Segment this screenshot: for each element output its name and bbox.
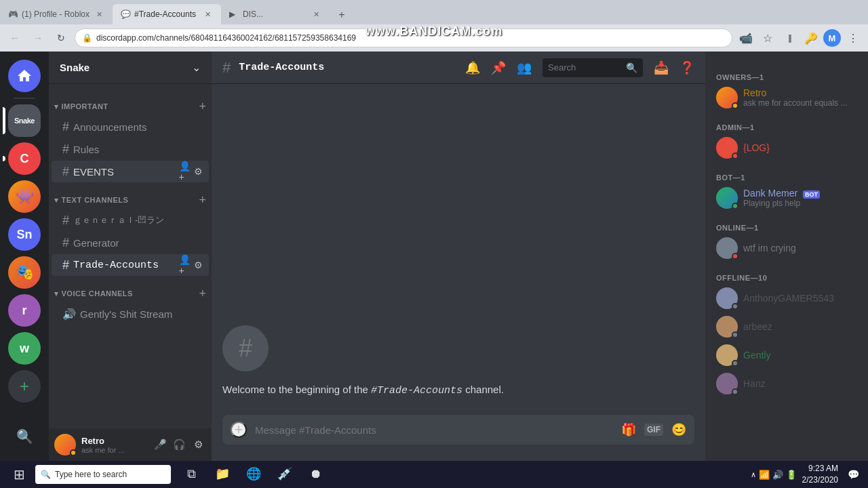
mute-button[interactable]: 🎤: [152, 436, 168, 453]
taskbar-app-store[interactable]: 📁: [208, 462, 237, 487]
tab-favicon-1: 🎮: [8, 9, 18, 19]
add-server-button[interactable]: +: [8, 370, 41, 403]
tab-close-1[interactable]: ✕: [94, 9, 104, 20]
battery-icon[interactable]: 🔋: [786, 470, 797, 480]
invite-icon[interactable]: 👤+: [179, 166, 190, 177]
search-placeholder: Search: [548, 62, 622, 73]
message-input[interactable]: [255, 417, 613, 443]
chevron-down-icon: ▾: [54, 196, 59, 205]
channel-generator[interactable]: # Generator: [52, 232, 209, 253]
member-anthony[interactable]: AnthonyGAMER5543: [711, 285, 863, 312]
gif-button[interactable]: GIF: [644, 424, 663, 436]
member-name-wtf: wtf im crying: [743, 243, 857, 253]
refresh-button[interactable]: ↻: [52, 28, 71, 47]
server-icon-img2[interactable]: 🎭: [8, 256, 41, 289]
discord-home-button[interactable]: [8, 60, 41, 92]
browser-tab-2[interactable]: 💬 #Trade-Accounts ✕: [113, 4, 221, 24]
member-log[interactable]: {LOG}: [711, 134, 863, 161]
user-settings-button[interactable]: ⚙: [190, 436, 206, 453]
taskbar-search-icon: 🔍: [41, 470, 51, 479]
server-icon-c[interactable]: C: [8, 142, 41, 175]
notification-icon[interactable]: 💬: [844, 465, 863, 484]
add-member-icon[interactable]: 👤+: [179, 260, 190, 270]
member-dank-memer[interactable]: Dank Memer BOT Playing pls help: [711, 184, 863, 211]
current-user-avatar[interactable]: [54, 434, 76, 455]
channel-trade-accounts[interactable]: # Trade-Accounts 👤+ ⚙: [52, 254, 209, 276]
member-wtf[interactable]: wtf im crying: [711, 235, 863, 262]
volume-icon[interactable]: 🔊: [772, 470, 783, 480]
section-header-owners: Owners—1: [711, 62, 863, 84]
channel-rules[interactable]: # Rules: [52, 138, 209, 160]
taskbar: ⊞ 🔍 Type here to search ⧉ 📁 🌐 💉 ⏺ ∧ 📶 🔊 …: [0, 461, 868, 488]
forward-button[interactable]: →: [28, 28, 47, 47]
tab-close-2[interactable]: ✕: [202, 9, 213, 20]
bottom-area: 🔍: [8, 420, 41, 453]
members-icon[interactable]: 👥: [517, 60, 532, 75]
address-bar[interactable]: 🔒 discordapp.com/channels/68048116436002…: [75, 28, 732, 47]
extension-button[interactable]: |||: [780, 28, 799, 47]
taskbar-app-chrome[interactable]: 🌐: [239, 462, 269, 487]
taskbar-app-syringe[interactable]: 💉: [270, 462, 300, 487]
server-icon-bottom[interactable]: 🔍: [8, 420, 41, 453]
add-channel-important[interactable]: +: [199, 100, 206, 113]
inbox-icon[interactable]: 📥: [654, 60, 669, 75]
server-icon-img1[interactable]: 👾: [8, 180, 41, 213]
hash-icon: #: [62, 259, 69, 271]
pin-icon[interactable]: 📌: [491, 60, 506, 75]
chevron-down-icon: ▾: [54, 289, 59, 298]
password-button[interactable]: 🔑: [802, 28, 821, 47]
category-text-label[interactable]: ▾ TEXT CHANNELS: [54, 196, 128, 205]
add-channel-text[interactable]: +: [199, 194, 206, 206]
member-name-arbeez: arbeez: [743, 321, 857, 332]
channel-voice-stream[interactable]: 🔊 Gently's Shit Stream: [52, 303, 209, 325]
server-icon-w[interactable]: w: [8, 332, 41, 365]
member-hanz[interactable]: Hanz: [711, 370, 863, 397]
channel-search[interactable]: Search 🔍: [542, 58, 643, 77]
settings-icon[interactable]: ⚙: [193, 260, 203, 270]
taskbar-search[interactable]: 🔍 Type here to search: [35, 465, 171, 484]
emoji-icon[interactable]: 😊: [671, 422, 686, 437]
browser-tab-1[interactable]: 🎮 (1) Profile - Roblox ✕: [0, 4, 113, 24]
channel-header-hash-icon: #: [222, 59, 231, 77]
settings-icon[interactable]: ⚙: [193, 166, 203, 177]
taskbar-app-record[interactable]: ⏺: [301, 462, 331, 487]
network-icon[interactable]: 📶: [759, 470, 770, 480]
deafen-button[interactable]: 🎧: [171, 436, 187, 453]
taskbar-clock[interactable]: 9:23 AM 2/23/2020: [802, 463, 838, 486]
message-attachment-button[interactable]: +: [231, 422, 247, 438]
message-input-area: + 🎁 GIF 😊: [212, 415, 705, 461]
taskbar-app-explorer[interactable]: ⧉: [176, 462, 206, 487]
member-info-log: {LOG}: [743, 142, 857, 153]
channel-general[interactable]: # ｇｅｎｅｒａｌ-凹ラン: [52, 209, 209, 231]
notification-bell-icon[interactable]: 🔔: [465, 60, 480, 75]
back-button[interactable]: ←: [5, 28, 24, 47]
tray-up-icon[interactable]: ∧: [751, 470, 756, 479]
server-icon-r[interactable]: r: [8, 294, 41, 327]
channel-events[interactable]: # EVENTS 👤+ ⚙: [52, 161, 209, 182]
member-gently[interactable]: Gently: [711, 342, 863, 369]
cast-button[interactable]: 📹: [736, 28, 755, 47]
bookmark-button[interactable]: ☆: [758, 28, 777, 47]
tab-close-3[interactable]: ✕: [311, 9, 321, 20]
browser-tab-3[interactable]: ▶ DIS... ✕: [221, 4, 330, 24]
member-retro[interactable]: Retro ask me for account equals ...: [711, 84, 863, 111]
category-voice-label[interactable]: ▾ VOICE CHANNELS: [54, 289, 133, 298]
messages-area[interactable]: # Welcome to the beginning of the #Trade…: [212, 84, 705, 415]
gift-icon[interactable]: 🎁: [621, 422, 636, 437]
server-name-header[interactable]: Snake ⌄: [49, 52, 212, 84]
browser-profile-button[interactable]: M: [823, 29, 841, 47]
message-actions: 🎁 GIF 😊: [621, 422, 686, 437]
speaker-icon: 🔊: [62, 308, 76, 321]
category-important-label[interactable]: ▾ IMPORTANT: [54, 102, 108, 111]
help-icon[interactable]: ❓: [679, 60, 694, 75]
welcome-text-after: channel.: [462, 384, 504, 395]
member-arbeez[interactable]: arbeez: [711, 313, 863, 340]
server-icon-snake[interactable]: Snake: [8, 104, 41, 137]
add-channel-voice[interactable]: +: [199, 287, 206, 300]
new-tab-button[interactable]: +: [332, 5, 351, 24]
server-icon-sn[interactable]: Sn: [8, 218, 41, 251]
section-header-admin: Admin—1: [711, 113, 863, 134]
start-button[interactable]: ⊞: [5, 464, 33, 485]
channel-announcements[interactable]: # Announcements: [52, 116, 209, 138]
more-button[interactable]: ⋮: [844, 28, 863, 47]
